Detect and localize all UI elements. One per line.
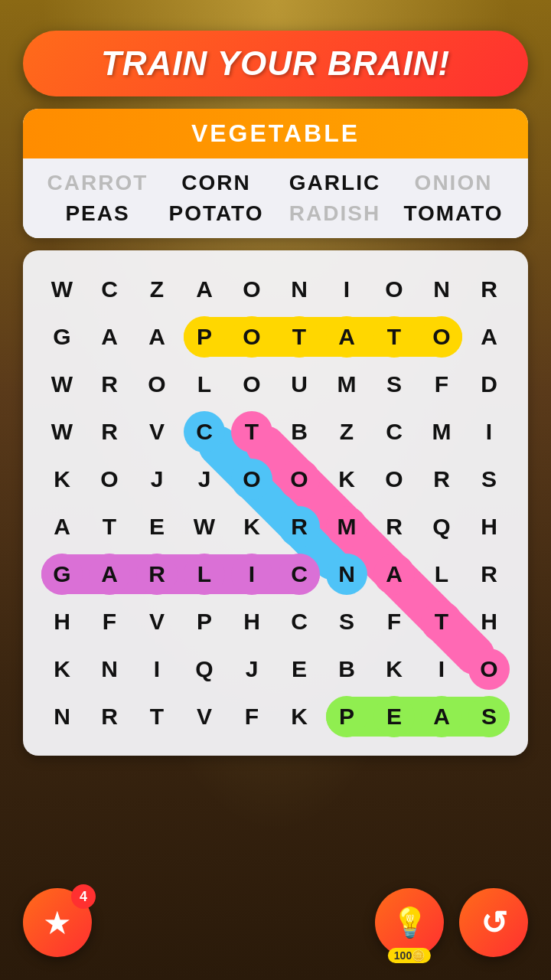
letter-grid: WCZAONIONRGAAPOTATOAWROLOUMSFDWRVCTBZCMI… — [38, 266, 513, 740]
cell-9-6: P — [323, 693, 370, 740]
cell-3-5: B — [276, 408, 323, 456]
cell-8-0: K — [38, 645, 86, 693]
cell-2-1: R — [86, 361, 133, 408]
cell-9-8: A — [418, 693, 465, 740]
cell-0-2: Z — [133, 266, 181, 313]
cell-0-4: O — [228, 266, 276, 313]
cell-0-6: I — [323, 266, 370, 313]
cell-0-5: N — [276, 266, 323, 313]
cell-9-7: E — [370, 693, 418, 740]
category-header: VEGETABLE — [23, 109, 528, 158]
cell-6-7: A — [370, 550, 418, 598]
word-potato: POTATO — [163, 201, 270, 226]
cell-3-4: T — [228, 408, 276, 456]
cell-7-0: H — [38, 598, 86, 645]
cell-9-5: K — [276, 693, 323, 740]
cell-7-7: F — [370, 598, 418, 645]
cell-6-0: G — [38, 550, 86, 598]
cell-8-1: N — [86, 645, 133, 693]
cell-5-7: R — [370, 503, 418, 550]
cell-6-8: L — [418, 550, 465, 598]
cell-2-2: O — [133, 361, 181, 408]
cell-4-5: O — [276, 456, 323, 503]
cell-7-3: P — [181, 598, 228, 645]
cell-1-3: P — [181, 313, 228, 361]
cell-1-0: G — [38, 313, 86, 361]
cell-6-3: L — [181, 550, 228, 598]
word-peas: PEAS — [44, 201, 152, 226]
cell-0-7: O — [370, 266, 418, 313]
cell-9-0: N — [38, 693, 86, 740]
cell-4-7: O — [370, 456, 418, 503]
cell-5-4: K — [228, 503, 276, 550]
cell-5-9: H — [465, 503, 513, 550]
cell-9-2: T — [133, 693, 181, 740]
cell-9-9: S — [465, 693, 513, 740]
word-tomato: TOMATO — [400, 201, 507, 226]
cell-1-7: T — [370, 313, 418, 361]
category-text: VEGETABLE — [34, 119, 517, 148]
cell-8-7: K — [370, 645, 418, 693]
grid-container: WCZAONIONRGAAPOTATOAWROLOUMSFDWRVCTBZCMI… — [38, 266, 513, 740]
cell-7-4: H — [228, 598, 276, 645]
cell-3-8: M — [418, 408, 465, 456]
cell-1-2: A — [133, 313, 181, 361]
title-banner: TRAIN YOUR BRAIN! — [23, 31, 528, 96]
cell-5-6: M — [323, 503, 370, 550]
refresh-button[interactable]: ↺ — [459, 888, 528, 957]
cell-7-2: V — [133, 598, 181, 645]
cell-4-4: O — [228, 456, 276, 503]
cell-0-8: N — [418, 266, 465, 313]
cell-6-9: R — [465, 550, 513, 598]
cell-5-0: A — [38, 503, 86, 550]
cell-4-8: R — [418, 456, 465, 503]
cell-5-5: R — [276, 503, 323, 550]
cell-7-9: H — [465, 598, 513, 645]
cell-4-1: O — [86, 456, 133, 503]
cell-2-4: O — [228, 361, 276, 408]
cell-3-0: W — [38, 408, 86, 456]
cell-1-6: A — [323, 313, 370, 361]
cell-1-9: A — [465, 313, 513, 361]
star-button[interactable]: ★ 4 — [23, 888, 92, 957]
cell-0-1: C — [86, 266, 133, 313]
cell-7-5: C — [276, 598, 323, 645]
star-count-badge: 4 — [71, 884, 96, 909]
cell-8-5: E — [276, 645, 323, 693]
cell-2-7: S — [370, 361, 418, 408]
cell-6-6: N — [323, 550, 370, 598]
cell-6-4: I — [228, 550, 276, 598]
cell-6-5: C — [276, 550, 323, 598]
cell-7-1: F — [86, 598, 133, 645]
cell-8-3: Q — [181, 645, 228, 693]
cell-4-2: J — [133, 456, 181, 503]
word-corn: CORN — [163, 171, 270, 195]
cell-3-9: I — [465, 408, 513, 456]
cell-4-3: J — [181, 456, 228, 503]
grid-panel: WCZAONIONRGAAPOTATOAWROLOUMSFDWRVCTBZCMI… — [23, 250, 528, 756]
word-garlic: GARLIC — [282, 171, 389, 195]
hint-button[interactable]: 💡 100🪙 — [375, 888, 444, 957]
cell-4-6: K — [323, 456, 370, 503]
cell-1-1: A — [86, 313, 133, 361]
cell-5-2: E — [133, 503, 181, 550]
cell-8-2: I — [133, 645, 181, 693]
cell-4-0: K — [38, 456, 86, 503]
cell-2-9: D — [465, 361, 513, 408]
word-panel: VEGETABLE CARROT CORN GARLIC ONION PEAS … — [23, 109, 528, 238]
word-onion: ONION — [400, 171, 507, 195]
cell-0-9: R — [465, 266, 513, 313]
word-carrot: CARROT — [44, 171, 152, 195]
cell-5-3: W — [181, 503, 228, 550]
word-radish: RADISH — [282, 201, 389, 226]
cell-7-6: S — [323, 598, 370, 645]
hint-coins-badge: 100🪙 — [388, 948, 431, 963]
cell-8-9: O — [465, 645, 513, 693]
cell-3-2: V — [133, 408, 181, 456]
cell-0-3: A — [181, 266, 228, 313]
bottom-bar: ★ 4 💡 100🪙 ↺ — [0, 888, 551, 957]
cell-3-1: R — [86, 408, 133, 456]
cell-3-3: C — [181, 408, 228, 456]
cell-8-6: B — [323, 645, 370, 693]
cell-6-2: R — [133, 550, 181, 598]
